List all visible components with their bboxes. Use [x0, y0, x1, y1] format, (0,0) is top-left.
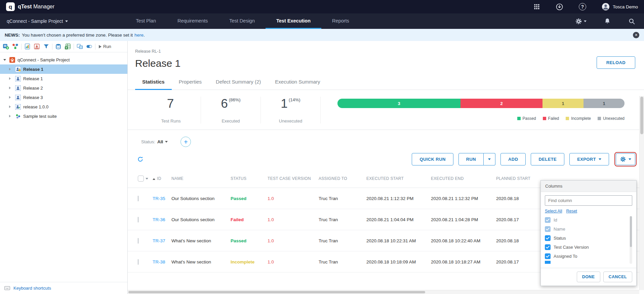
column-option-assigned-to[interactable]: Assigned To	[545, 252, 628, 261]
selection-dropdown-icon[interactable]	[146, 178, 148, 180]
vertical-scrollbar-thumb[interactable]	[640, 97, 643, 134]
cancel-button[interactable]: CANCEL	[603, 272, 632, 282]
horizontal-scrollbar-thumb[interactable]	[128, 291, 425, 293]
keyboard-shortcuts-link[interactable]: Keyboard shortcuts	[0, 282, 127, 294]
filter-icon[interactable]	[43, 43, 50, 50]
search-icon[interactable]	[628, 18, 635, 25]
tree-item-release-1-selected[interactable]: Release 1	[0, 64, 127, 74]
nav-test-plan[interactable]: Test Plan	[125, 13, 167, 29]
row-checkbox[interactable]	[138, 238, 138, 244]
checkbox-assigned-to[interactable]	[545, 253, 551, 259]
toggle-view-icon[interactable]	[86, 43, 93, 50]
chevron-down-icon	[65, 20, 68, 22]
select-all-link[interactable]: Select All	[545, 209, 562, 213]
columns-gear-button[interactable]	[616, 153, 635, 165]
report-icon[interactable]	[24, 43, 31, 50]
tree-item-release-1[interactable]: Release 1	[0, 74, 127, 83]
row-checkbox[interactable]	[138, 196, 138, 201]
settings-gear-menu[interactable]	[575, 18, 587, 25]
tree-root-project[interactable]: qConnect - Sample Project	[0, 55, 127, 64]
checkbox-test-case-version[interactable]	[545, 244, 551, 250]
project-selector[interactable]: qConnect - Sample Project	[0, 18, 75, 24]
nav-test-design[interactable]: Test Design	[218, 13, 266, 29]
help-icon[interactable]: ?	[579, 3, 586, 10]
play-icon	[99, 45, 102, 48]
test-run-link[interactable]: TR-38	[153, 259, 165, 264]
data-query-icon[interactable]	[55, 43, 62, 50]
expand-caret-icon[interactable]	[9, 105, 14, 108]
column-header-status[interactable]: STATUS	[228, 169, 265, 188]
split-view-icon[interactable]	[76, 43, 83, 50]
qtest-logo[interactable]: q	[6, 2, 15, 11]
excel-export-icon[interactable]	[64, 43, 71, 50]
cell-executed-end: 2020.08.21 1:12:32 PM	[428, 188, 493, 209]
set-timezone-link[interactable]: here	[134, 33, 144, 38]
tab-statistics[interactable]: Statistics	[135, 75, 172, 90]
project-tree: qConnect - Sample Project Release 1 Rele…	[0, 52, 127, 282]
popup-scrollbar-thumb[interactable]	[630, 216, 632, 247]
column-option-test-case-version[interactable]: Test Case Version	[545, 243, 628, 252]
add-filter-button[interactable]: +	[180, 137, 191, 147]
checkbox-status[interactable]	[545, 235, 551, 241]
column-option-status[interactable]: Status	[545, 234, 628, 243]
expand-caret-icon[interactable]	[9, 77, 14, 80]
reset-link[interactable]: Reset	[566, 209, 577, 213]
apps-grid-icon[interactable]	[533, 3, 540, 10]
sort-ascending-icon	[153, 178, 155, 180]
column-header-executed-start[interactable]: EXECUTED START	[364, 169, 428, 188]
reload-button[interactable]: RELOAD	[597, 56, 635, 69]
column-header-assigned-to[interactable]: ASSIGNED TO	[316, 169, 364, 188]
qtest-manager-app: q qTest Manager ? Tosca Demo qConnect - …	[0, 0, 644, 294]
tab-defect-summary[interactable]: Defect Summary (2)	[209, 75, 268, 90]
nav-reports[interactable]: Reports	[321, 13, 360, 29]
release-lock-icon	[15, 66, 21, 72]
user-menu[interactable]: Tosca Demo	[602, 3, 638, 11]
close-icon[interactable]: ✕	[633, 32, 639, 38]
test-run-link[interactable]: TR-37	[153, 238, 165, 243]
column-header-test-case-version[interactable]: TEST CASE VERSION	[265, 169, 316, 188]
tree-item-release-2[interactable]: Release 2	[0, 83, 127, 93]
new-item-icon[interactable]	[2, 43, 9, 50]
expand-caret-icon[interactable]	[9, 68, 14, 70]
column-header-name[interactable]: NAME	[169, 169, 228, 188]
column-header-executed-end[interactable]: EXECUTED END	[428, 169, 493, 188]
toolbar-divider	[95, 44, 95, 50]
collapse-caret-icon[interactable]	[3, 59, 8, 61]
refresh-icon[interactable]	[137, 156, 144, 162]
status-badge: Passed	[231, 196, 246, 201]
tree-item-release-3[interactable]: Release 3	[0, 93, 127, 102]
select-all-checkbox[interactable]	[138, 176, 144, 182]
delete-button[interactable]: DELETE	[531, 153, 564, 165]
test-run-link[interactable]: TR-36	[153, 217, 165, 222]
run-tool-button[interactable]: Run	[99, 44, 111, 49]
vertical-scrollbar[interactable]	[639, 96, 644, 290]
nav-requirements[interactable]: Requirements	[167, 13, 218, 29]
notifications-bell-icon[interactable]	[604, 18, 611, 24]
row-checkbox[interactable]	[138, 217, 138, 223]
run-button[interactable]: RUN	[458, 153, 484, 165]
done-button[interactable]: DONE	[577, 272, 600, 282]
horizontal-scrollbar[interactable]	[128, 290, 639, 294]
nav-test-execution[interactable]: Test Execution	[266, 13, 321, 29]
tab-properties[interactable]: Properties	[172, 75, 209, 90]
tree-item-release-1-0-0[interactable]: release 1.0.0	[0, 102, 127, 111]
run-dropdown-button[interactable]	[484, 153, 495, 165]
find-column-input[interactable]	[545, 195, 632, 206]
status-badge: Failed	[231, 217, 244, 222]
status-filter-dropdown[interactable]: Status: All	[141, 139, 168, 144]
relations-icon[interactable]	[12, 43, 19, 50]
export-button[interactable]: EXPORT	[569, 153, 609, 165]
row-checkbox[interactable]	[138, 259, 138, 265]
quick-run-button[interactable]: QUICK RUN	[412, 153, 453, 165]
download-icon[interactable]	[556, 3, 563, 11]
tree-item-sample-test-suite[interactable]: Sample test suite	[0, 111, 127, 121]
expand-caret-icon[interactable]	[9, 115, 14, 117]
column-header-id[interactable]: ID	[150, 169, 169, 188]
expand-caret-icon[interactable]	[9, 96, 14, 99]
popup-scrollbar[interactable]	[630, 216, 632, 264]
tab-execution-summary[interactable]: Execution Summary	[268, 75, 327, 90]
import-tests-icon[interactable]	[33, 43, 40, 50]
expand-caret-icon[interactable]	[9, 87, 14, 89]
add-button[interactable]: ADD	[500, 153, 526, 165]
test-run-link[interactable]: TR-35	[153, 196, 165, 201]
